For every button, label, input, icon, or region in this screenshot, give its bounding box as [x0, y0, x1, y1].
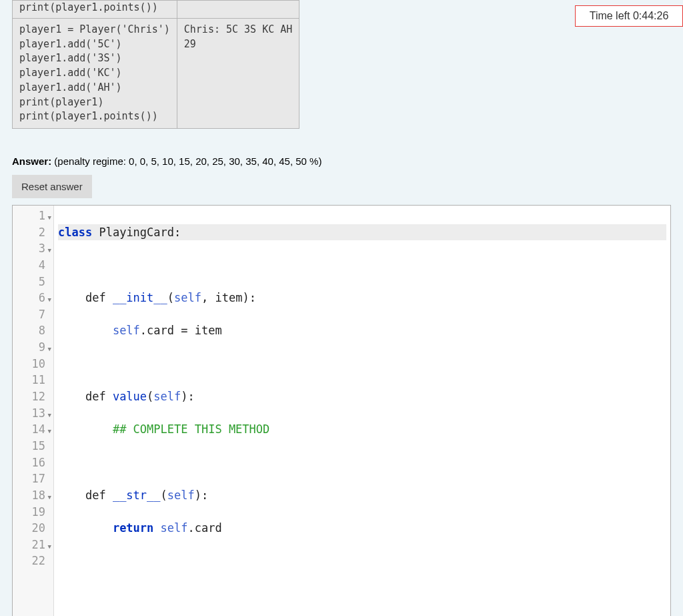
fold-icon[interactable]: ▼: [45, 543, 51, 551]
example-code-cell-0: print(player1.points()): [13, 1, 177, 19]
code-editor[interactable]: 1▼ 2 3▼ 4 5 6▼ 7 8 9▼ 10 11 12 13▼ 14▼ 1…: [12, 205, 671, 616]
answer-label: Answer:: [12, 156, 51, 167]
penalty-regime: (penalty regime: 0, 0, 5, 10, 15, 20, 25…: [51, 156, 321, 167]
editor-gutter: 1▼ 2 3▼ 4 5 6▼ 7 8 9▼ 10 11 12 13▼ 14▼ 1…: [13, 206, 54, 616]
fold-icon[interactable]: ▼: [45, 214, 51, 222]
fold-icon[interactable]: ▼: [45, 427, 51, 436]
reset-answer-button[interactable]: Reset answer: [12, 175, 92, 198]
fold-icon[interactable]: ▼: [45, 493, 51, 502]
example-output-cell-0: [177, 1, 299, 19]
example-output-cell-1: Chris: 5C 3S KC AH 29: [177, 18, 299, 128]
time-left-badge: Time left 0:44:26: [575, 5, 683, 27]
fold-icon[interactable]: ▼: [45, 246, 51, 255]
fold-icon[interactable]: ▼: [45, 345, 51, 354]
example-code-cell-1: player1 = Player('Chris') player1.add('5…: [13, 18, 177, 128]
editor-content[interactable]: class PlayingCard: def __init__(self, it…: [54, 206, 670, 616]
fold-icon[interactable]: ▼: [45, 411, 51, 420]
example-table: print(player1.points()) player1 = Player…: [12, 0, 299, 129]
fold-icon[interactable]: ▼: [45, 296, 51, 304]
answer-heading: Answer: (penalty regime: 0, 0, 5, 10, 15…: [12, 156, 671, 167]
